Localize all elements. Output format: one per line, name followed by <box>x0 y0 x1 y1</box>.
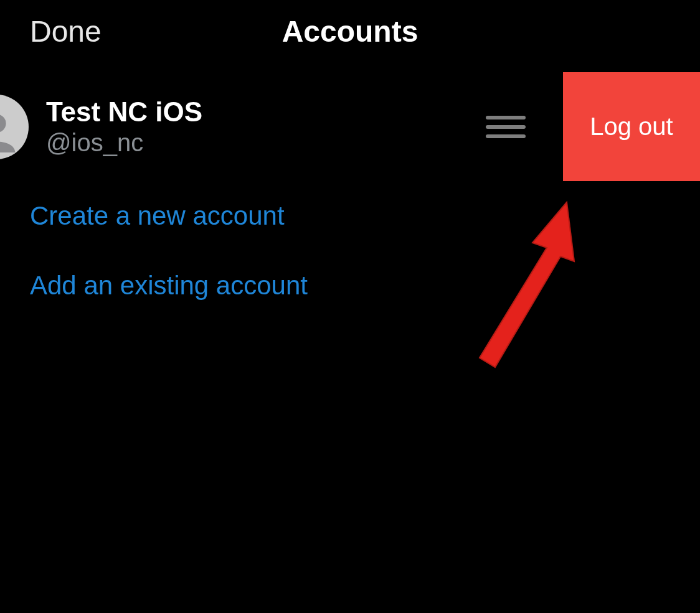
svg-point-0 <box>0 114 6 132</box>
account-info: Test NC iOS @ios_nc <box>46 96 202 157</box>
logout-button[interactable]: Log out <box>563 72 700 181</box>
account-row[interactable]: Test NC iOS @ios_nc Log out <box>0 72 700 181</box>
drag-handle-icon[interactable] <box>486 116 526 138</box>
done-button[interactable]: Done <box>30 14 102 49</box>
create-account-link[interactable]: Create a new account <box>30 201 285 231</box>
add-existing-account-link[interactable]: Add an existing account <box>30 271 308 301</box>
header: Done Accounts <box>0 0 700 62</box>
create-account-row: Create a new account <box>0 181 700 251</box>
person-icon <box>0 109 19 152</box>
page-title: Accounts <box>282 14 419 49</box>
avatar <box>0 95 29 159</box>
add-existing-row: Add an existing account <box>0 251 700 321</box>
account-handle: @ios_nc <box>46 129 202 157</box>
account-display-name: Test NC iOS <box>46 96 202 128</box>
